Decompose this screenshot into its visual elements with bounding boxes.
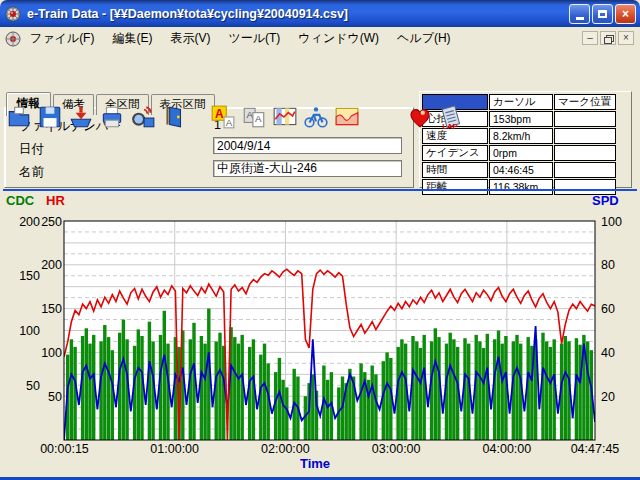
cdc-bar [311,374,314,440]
toolbar: AAAALAP [0,50,640,90]
mark-value [554,111,616,127]
menu-item-5[interactable]: ヘルプ(H) [388,28,460,48]
exit-button[interactable] [159,103,189,133]
svg-text:LAP: LAP [442,122,457,130]
cdc-bar [497,331,500,441]
cdc-bar [85,328,88,440]
x-tick-label: 03:00:00 [372,442,421,456]
band-chart-icon [272,104,298,130]
title-bar[interactable]: e-Train Data - [¥¥Daemon¥tota¥cycling¥20… [0,0,640,27]
hr-tick-label: 150 [41,302,62,316]
menu-bar: ファイル(F)編集(E)表示(V)ツール(T)ウィンドウ(W)ヘルプ(H) – … [0,27,640,50]
cdc-bar [137,329,140,440]
device-transfer-button[interactable] [128,103,158,133]
lap-icon: LAP [438,104,464,130]
mdi-minimize-button[interactable]: – [582,31,598,45]
cdc-bar [452,339,455,440]
app-icon [5,6,21,22]
application-window: e-Train Data - [¥¥Daemon¥tota¥cycling¥20… [0,0,640,480]
band-chart-button[interactable] [270,103,300,133]
save-icon [37,104,63,130]
area-chart-icon [334,104,360,130]
spd-tick-label: 20 [601,390,615,404]
menu-item-0[interactable]: ファイル(F) [21,28,103,48]
minimize-button[interactable] [569,4,590,24]
cdc-bar [449,333,452,440]
cdc-bar [326,380,329,440]
print-button[interactable] [97,103,127,133]
area-chart-button[interactable] [332,103,362,133]
menu-item-1[interactable]: 編集(E) [103,28,161,48]
hr-tick-label: 50 [48,390,62,404]
close-icon: × [622,8,629,20]
cdc-tick-label: 100 [19,324,40,338]
spd-tick-label: 40 [601,346,615,360]
cursor-value: 8.2km/h [489,128,553,144]
time-axis-label: Time [270,456,360,471]
menu-item-2[interactable]: 表示(V) [161,28,219,48]
cursor-value: 0rpm [489,145,553,161]
print-icon [99,104,125,130]
cdc-bar [107,337,110,440]
cdc-bar [400,339,403,440]
table-row: 時間04:46:45 [422,162,616,178]
menu-items: ファイル(F)編集(E)表示(V)ツール(T)ウィンドウ(W)ヘルプ(H) [21,30,460,47]
cyclist-button[interactable] [301,103,331,133]
window-title: e-Train Data - [¥¥Daemon¥tota¥cycling¥20… [27,7,348,21]
menu-item-3[interactable]: ツール(T) [219,28,289,48]
cdc-bar [359,363,362,440]
copy-format-icon: AA [241,104,267,130]
mdi-close-icon: × [623,33,629,43]
menu-item-4[interactable]: ウィンドウ(W) [289,28,388,48]
save-button[interactable] [35,103,65,133]
copy-format-button[interactable]: AA [239,103,269,133]
mdi-restore-icon [604,35,612,42]
maximize-button[interactable] [592,4,613,24]
maximize-icon [598,10,607,18]
import-button[interactable] [66,103,96,133]
table-header-1: カーソル [489,94,553,110]
spd-tick-label: 60 [601,302,615,316]
cdc-bar [545,341,548,440]
cursor-value: 04:46:45 [489,162,553,178]
lap-button[interactable]: LAP [436,103,466,133]
font-color-button[interactable]: AA [208,103,238,133]
cdc-bar [70,339,73,440]
open-icon [6,104,32,130]
minimize-icon [576,17,584,20]
cdc-bar [237,344,240,440]
cdc-bar [434,328,437,440]
name-field[interactable] [213,160,402,177]
chart-plot[interactable]: 20015010050250200150100501008060402000:0… [0,190,640,477]
mark-value [554,162,616,178]
cdc-bar [88,344,91,440]
metric-label: 時間 [422,162,488,178]
metric-label: ケイデンス [422,145,488,161]
svg-text:A: A [215,107,224,121]
spd-tick-label: 100 [601,215,622,229]
cdc-bar [233,337,236,440]
date-label: 日付 [19,141,44,158]
cdc-bar [374,374,377,440]
svg-text:A: A [226,117,233,128]
open-button[interactable] [4,103,34,133]
x-tick-label: 04:00:00 [483,442,532,456]
cdc-bar [415,341,418,440]
hr-tick-label: 250 [41,215,62,229]
table-row: ケイデンス0rpm [422,145,616,161]
cdc-bar [501,344,504,440]
cdc-bar [281,380,284,440]
cdc-bar [203,344,206,440]
x-tick-label: 04:47:45 [571,442,620,456]
date-field[interactable] [213,137,402,154]
document-mini-icon [5,31,21,47]
cdc-bar [103,325,106,440]
heart-rate-icon [407,104,433,130]
cdc-tick-label: 50 [26,379,40,393]
heart-rate-button[interactable] [405,103,435,133]
cdc-bar [263,344,266,440]
close-button[interactable]: × [615,4,636,24]
cdc-bar [478,341,481,440]
mdi-restore-button[interactable] [600,31,616,45]
mdi-close-button[interactable]: × [618,31,634,45]
